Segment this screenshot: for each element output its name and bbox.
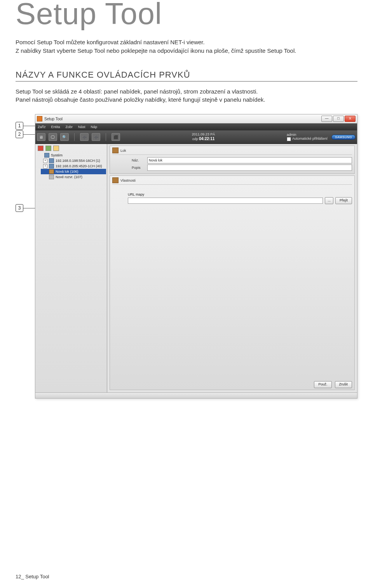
callout-1: 1 <box>16 122 35 130</box>
callout-2-line <box>23 134 35 135</box>
window-titlebar: Setup Tool — □ X <box>35 114 357 123</box>
toolbar-device-icon[interactable]: 🖥 <box>37 133 45 141</box>
page-title: Setup Tool <box>16 0 357 27</box>
callout-2-num: 2 <box>16 130 23 138</box>
properties-section: Vlastnosti URL mapy ... Přejít <box>110 175 355 390</box>
tree-node-4-label: Nové rozvr. (107) <box>56 175 82 179</box>
menu-nast[interactable]: Nást <box>78 125 85 129</box>
status-bar <box>35 392 357 398</box>
toolbar-time-prefix: odp <box>192 137 198 141</box>
minimize-button[interactable]: — <box>321 116 332 122</box>
desc-label: Popis <box>112 166 147 170</box>
callout-1-num: 1 <box>16 122 23 130</box>
tree-node-2[interactable]: + 192.168.0.205:4520-1CH (40) <box>41 163 106 169</box>
menu-bar: Zaříz Entita Zobr Nást Náp <box>35 123 357 130</box>
toolbar-search-icon[interactable]: 🔍 <box>60 133 69 141</box>
toolbar-add-device-icon[interactable]: ➕ <box>80 133 89 141</box>
tree-node-3-selected[interactable]: Nová lok (106) <box>41 169 106 174</box>
autologin-checkbox[interactable] <box>287 137 291 141</box>
maximize-button[interactable]: □ <box>333 116 344 122</box>
menu-nap[interactable]: Náp <box>91 125 98 129</box>
name-label: Náz. <box>112 158 147 162</box>
tree-toolbar <box>36 145 106 153</box>
layout-icon <box>49 175 54 179</box>
toolbar: 🖥 🖵 🔍 ➕ ➕ ⬛ 2011.09.23 PÁ odp 04:22:11 <box>35 130 357 144</box>
toolbar-separator-1 <box>74 133 75 141</box>
tree-node-1-label: 192.168.0.198:554-16CH (1) <box>56 159 100 163</box>
toolbar-time: 04:22:11 <box>199 137 214 141</box>
toolbar-user: admin <box>287 133 328 137</box>
tree-node-3-label: Nová lok (106) <box>56 170 78 173</box>
properties-section-title: Vlastnosti <box>120 179 136 182</box>
tree-panel: Systém + 192.168.0.198:554-16CH (1) + 19… <box>35 144 107 392</box>
tree-node-4[interactable]: Nové rozvr. (107) <box>41 174 106 180</box>
lok-section: Lok Náz. Nová lok Popis <box>110 146 355 174</box>
callout-1-line <box>23 126 35 126</box>
menu-zariz[interactable]: Zaříz <box>38 125 46 129</box>
go-button[interactable]: Přejít <box>335 197 352 204</box>
section-heading: NÁZVY A FUNKCE OVLÁDACÍCH PRVKŮ <box>16 70 357 82</box>
apply-button[interactable]: Použ. <box>314 381 331 388</box>
expand-icon[interactable]: + <box>43 164 47 168</box>
brand-logo: SAMSUNG <box>331 135 356 140</box>
tree-root[interactable]: Systém <box>36 153 106 158</box>
lok-section-title: Lok <box>120 149 126 153</box>
app-icon <box>37 116 42 121</box>
toolbar-add-group-icon[interactable]: ➕ <box>92 133 100 141</box>
callout-2: 2 <box>16 130 35 138</box>
window-title: Setup Tool <box>44 117 321 121</box>
system-icon <box>44 153 49 158</box>
desc-input[interactable] <box>147 165 352 171</box>
device-icon <box>49 158 54 163</box>
browse-button[interactable]: ... <box>325 197 333 204</box>
callout-3: 3 <box>16 204 35 212</box>
tree-delete-icon[interactable] <box>38 146 44 151</box>
tree-root-label: Systém <box>51 153 63 157</box>
tree-add-icon[interactable] <box>45 146 51 151</box>
section-body-line2: Panel nástrojů obsahuje často používané … <box>16 96 265 103</box>
autologin-label: Automatické přihlášení <box>292 137 328 141</box>
lok-section-icon <box>112 147 119 153</box>
page-footer: 12_ Setup Tool <box>16 574 49 579</box>
menu-zobr[interactable]: Zobr <box>66 125 73 129</box>
section-body: Setup Tool se skládá ze 4 oblastí: panel… <box>16 87 357 104</box>
tree-node-1[interactable]: + 192.168.0.198:554-16CH (1) <box>41 158 106 163</box>
callout-3-num: 3 <box>16 204 23 212</box>
cancel-button[interactable]: Zrušit <box>335 381 352 388</box>
intro-text: Pomocí Setup Tool můžete konfigurovat zá… <box>16 38 357 55</box>
toolbar-separator-2 <box>106 133 106 141</box>
toolbar-monitor-icon[interactable]: 🖵 <box>49 133 57 141</box>
tree-node-2-label: 192.168.0.205:4520-1CH (40) <box>56 164 102 168</box>
url-input[interactable] <box>128 198 323 204</box>
menu-entita[interactable]: Entita <box>51 125 60 129</box>
location-icon <box>49 169 54 174</box>
url-label: URL mapy <box>128 193 352 196</box>
expand-icon[interactable]: + <box>43 159 47 163</box>
section-body-line1: Setup Tool se skládá ze 4 oblastí: panel… <box>16 88 258 95</box>
intro-line2: Z nabídky Start vyberte Setup Tool nebo … <box>16 47 296 54</box>
device-icon <box>49 164 54 168</box>
toolbar-cube-icon[interactable]: ⬛ <box>112 133 120 141</box>
callout-3-line <box>23 208 35 208</box>
tree-folder-icon[interactable] <box>53 146 59 151</box>
properties-panel: Lok Náz. Nová lok Popis <box>107 144 357 392</box>
name-input[interactable]: Nová lok <box>147 157 352 163</box>
toolbar-date: 2011.09.23 PÁ <box>192 133 215 137</box>
screenshot: Setup Tool — □ X Zaříz Entita Zobr Nást … <box>35 114 357 399</box>
close-button[interactable]: X <box>345 116 356 122</box>
properties-section-icon <box>112 177 119 183</box>
intro-line1: Pomocí Setup Tool můžete konfigurovat zá… <box>16 39 205 45</box>
